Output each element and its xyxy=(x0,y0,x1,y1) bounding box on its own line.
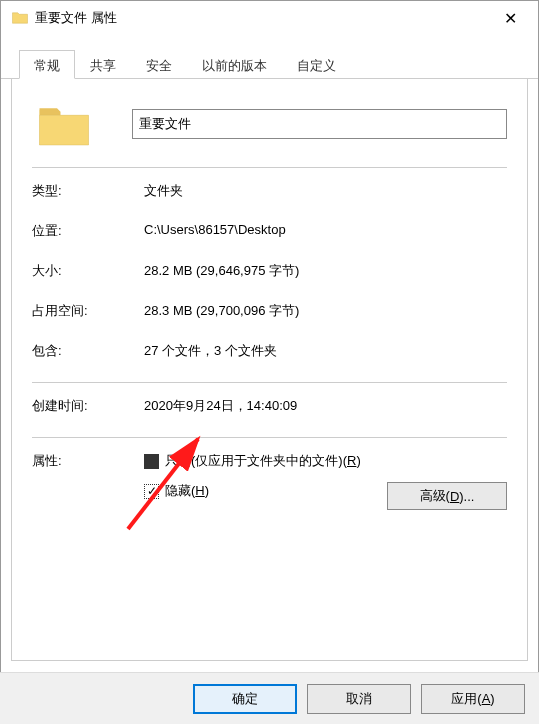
folder-name-input[interactable] xyxy=(132,109,507,139)
advanced-button[interactable]: 高级(D)... xyxy=(387,482,507,510)
apply-button[interactable]: 应用(A) xyxy=(421,684,525,714)
row-readonly: 属性: 只读(仅应用于文件夹中的文件)(R) xyxy=(32,452,507,470)
tab-general[interactable]: 常规 xyxy=(19,50,75,79)
tab-custom[interactable]: 自定义 xyxy=(282,50,351,79)
row-type: 类型: 文件夹 xyxy=(32,182,507,200)
hidden-label: 隐藏(H) xyxy=(165,482,209,500)
label-contains: 包含: xyxy=(32,342,144,360)
label-created: 创建时间: xyxy=(32,397,144,415)
value-type: 文件夹 xyxy=(144,182,507,200)
value-disk-size: 28.3 MB (29,700,096 字节) xyxy=(144,302,507,320)
checkbox-readonly[interactable] xyxy=(144,454,159,469)
row-created: 创建时间: 2020年9月24日，14:40:09 xyxy=(32,397,507,415)
separator xyxy=(32,437,507,438)
attributes-block: 属性: 只读(仅应用于文件夹中的文件)(R) 隐藏(H) 高级(D)... xyxy=(32,452,507,500)
window-title: 重要文件 属性 xyxy=(35,9,488,27)
value-created: 2020年9月24日，14:40:09 xyxy=(144,397,507,415)
row-size: 大小: 28.2 MB (29,646,975 字节) xyxy=(32,262,507,280)
label-location: 位置: xyxy=(32,222,144,240)
label-disk-size: 占用空间: xyxy=(32,302,144,320)
value-location: C:\Users\86157\Desktop xyxy=(144,222,507,237)
titlebar: 重要文件 属性 ✕ xyxy=(1,1,538,35)
row-location: 位置: C:\Users\86157\Desktop xyxy=(32,222,507,240)
checkbox-hidden[interactable] xyxy=(144,484,159,499)
header-row xyxy=(32,99,507,149)
tab-security[interactable]: 安全 xyxy=(131,50,187,79)
cancel-button[interactable]: 取消 xyxy=(307,684,411,714)
close-button[interactable]: ✕ xyxy=(488,3,532,33)
label-size: 大小: xyxy=(32,262,144,280)
folder-icon xyxy=(11,9,29,27)
folder-large-icon xyxy=(36,99,92,149)
value-size: 28.2 MB (29,646,975 字节) xyxy=(144,262,507,280)
label-attributes: 属性: xyxy=(32,452,144,470)
tab-share[interactable]: 共享 xyxy=(75,50,131,79)
panel-general: 类型: 文件夹 位置: C:\Users\86157\Desktop 大小: 2… xyxy=(11,79,528,661)
label-type: 类型: xyxy=(32,182,144,200)
row-disk-size: 占用空间: 28.3 MB (29,700,096 字节) xyxy=(32,302,507,320)
tab-previous-versions[interactable]: 以前的版本 xyxy=(187,50,282,79)
button-bar: 确定 取消 应用(A) xyxy=(0,672,539,724)
tabstrip: 常规 共享 安全 以前的版本 自定义 xyxy=(1,35,538,79)
separator xyxy=(32,382,507,383)
ok-button[interactable]: 确定 xyxy=(193,684,297,714)
row-contains: 包含: 27 个文件，3 个文件夹 xyxy=(32,342,507,360)
value-contains: 27 个文件，3 个文件夹 xyxy=(144,342,507,360)
separator xyxy=(32,167,507,168)
readonly-label: 只读(仅应用于文件夹中的文件)(R) xyxy=(165,452,361,470)
